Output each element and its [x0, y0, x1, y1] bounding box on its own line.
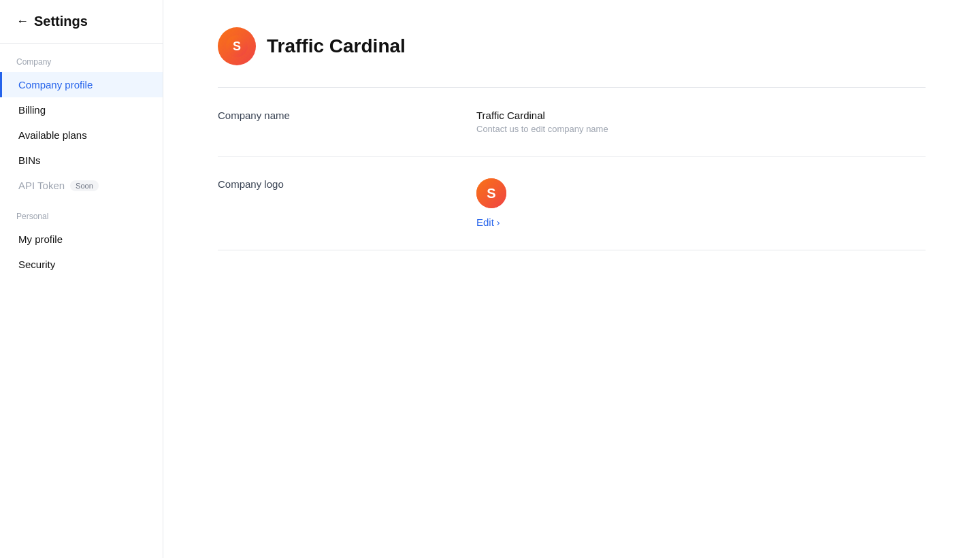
- soon-badge: Soon: [70, 180, 99, 191]
- sidebar-item-label: My profile: [18, 233, 63, 245]
- company-logo-small-svg: S: [476, 178, 506, 208]
- logo-edit-section: S Edit ›: [476, 178, 926, 228]
- back-arrow-icon: ←: [16, 14, 29, 29]
- sidebar-item-label: Billing: [18, 104, 46, 116]
- company-logo-small: S: [476, 178, 506, 208]
- company-name-label: Company name: [218, 110, 476, 121]
- sidebar-item-security[interactable]: Security: [0, 252, 163, 277]
- sidebar-item-label: BINs: [18, 154, 41, 166]
- company-logo-svg: S: [226, 35, 248, 57]
- sidebar-item-my-profile[interactable]: My profile: [0, 227, 163, 252]
- sidebar-item-available-plans[interactable]: Available plans: [0, 122, 163, 148]
- svg-text:S: S: [233, 39, 241, 53]
- chevron-right-icon: ›: [497, 217, 500, 228]
- company-name-hint: Contact us to edit company name: [476, 124, 926, 134]
- company-section-label: Company: [0, 44, 163, 72]
- sidebar: ← Settings Company Company profile Billi…: [0, 0, 163, 558]
- sidebar-item-label: Security: [18, 259, 55, 270]
- sidebar-item-api-token[interactable]: API Token Soon: [0, 173, 163, 198]
- settings-title: Settings: [34, 14, 88, 29]
- personal-section-label: Personal: [0, 198, 163, 227]
- company-name-value: Traffic Cardinal Contact us to edit comp…: [476, 110, 926, 134]
- back-button[interactable]: ← Settings: [0, 0, 163, 44]
- sidebar-item-label: API Token: [18, 180, 65, 191]
- sidebar-item-billing[interactable]: Billing: [0, 97, 163, 122]
- company-header: S Traffic Cardinal: [218, 27, 926, 65]
- edit-logo-link[interactable]: Edit ›: [476, 216, 926, 228]
- sidebar-item-label: Company profile: [18, 79, 93, 91]
- company-logo-large: S: [218, 27, 256, 65]
- sidebar-item-company-profile[interactable]: Company profile: [0, 72, 163, 97]
- edit-label: Edit: [476, 216, 494, 228]
- svg-text:S: S: [487, 186, 495, 201]
- company-logo-label: Company logo: [218, 178, 476, 190]
- company-logo-value: S Edit ›: [476, 178, 926, 228]
- main-content: S Traffic Cardinal Company name Traffic …: [163, 0, 980, 558]
- company-name-heading: Traffic Cardinal: [267, 35, 406, 57]
- company-name-field-row: Company name Traffic Cardinal Contact us…: [218, 88, 926, 157]
- company-logo-field-row: Company logo S: [218, 157, 926, 250]
- sidebar-item-bins[interactable]: BINs: [0, 148, 163, 173]
- company-name-text: Traffic Cardinal: [476, 110, 926, 121]
- sidebar-item-label: Available plans: [18, 129, 87, 141]
